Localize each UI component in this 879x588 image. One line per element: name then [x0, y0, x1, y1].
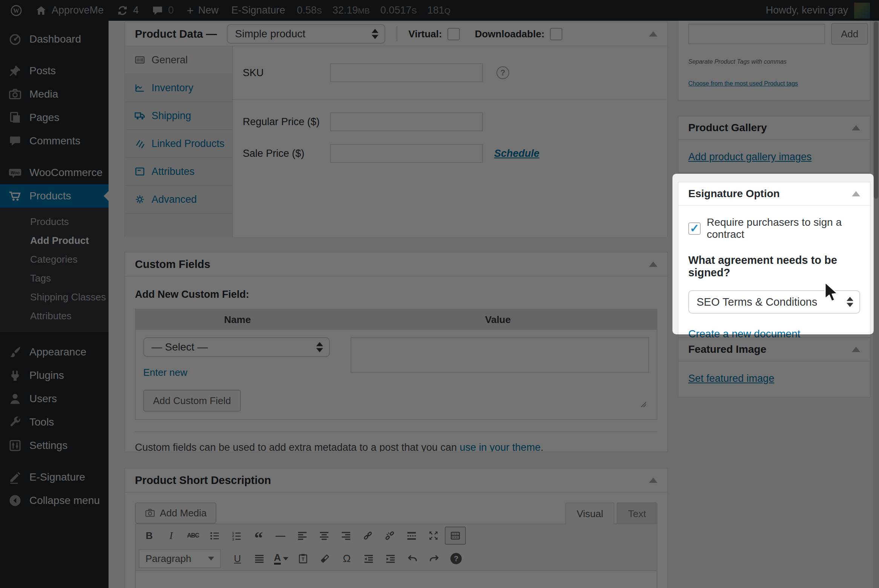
sidebar-subitem-attributes[interactable]: Attributes [0, 306, 109, 325]
downloadable-checkbox[interactable] [550, 28, 562, 40]
toolbar-align-left-button[interactable] [292, 527, 313, 545]
sidebar-subitem-shipping-classes[interactable]: Shipping Classes [0, 288, 109, 306]
use-in-your-theme-link[interactable]: use in your theme [460, 442, 541, 452]
choose-most-used-tags-link[interactable]: Choose from the most used Product tags [688, 80, 798, 87]
tab-attributes[interactable]: Attributes [125, 158, 232, 186]
product-type-select[interactable]: Simple product [227, 24, 385, 44]
toolbar-hr-button[interactable]: — [270, 527, 291, 545]
toolbar-underline-button[interactable]: U [227, 550, 248, 568]
sidebar-subitem-add-product[interactable]: Add Product [0, 231, 109, 250]
wordpress-logo-menu[interactable]: W [4, 0, 29, 21]
toolbar-paste-text-button[interactable]: T [292, 550, 314, 568]
tab-visual[interactable]: Visual [565, 502, 614, 524]
collapse-toggle-icon[interactable] [852, 347, 860, 352]
sidebar-item-media[interactable]: Media [0, 83, 109, 106]
toolbar-unlink-button[interactable] [379, 527, 400, 545]
sidebar-item-products[interactable]: Products [0, 184, 109, 208]
toolbar-align-center-button[interactable] [314, 527, 335, 545]
avatar[interactable] [854, 3, 870, 18]
schedule-link[interactable]: Schedule [494, 148, 539, 159]
toolbar-blockquote-button[interactable]: “ [248, 527, 269, 545]
short-description-title: Product Short Description [135, 474, 271, 487]
tab-shipping[interactable]: Shipping [125, 102, 232, 130]
collapse-toggle-icon[interactable] [649, 31, 657, 37]
home-icon [35, 5, 47, 17]
collapse-circle-icon [8, 494, 22, 507]
sidebar-item-esignature[interactable]: E-Signature [0, 466, 109, 489]
toolbar-bold-button[interactable]: B [139, 527, 160, 545]
regular-price-input[interactable] [330, 112, 483, 131]
sidebar-item-collapse-menu[interactable]: Collapse menu [0, 489, 109, 512]
collapse-toggle-icon[interactable] [852, 191, 860, 196]
tab-text[interactable]: Text [617, 502, 657, 524]
howdy-account-menu[interactable]: Howdy, kevin.gray [766, 5, 848, 16]
sidebar-subitem-tags[interactable]: Tags [0, 269, 109, 288]
sidebar-item-appearance[interactable]: Appearance [0, 340, 109, 364]
collapse-toggle-icon[interactable] [649, 262, 657, 267]
scrollbar-thumb[interactable] [874, 21, 878, 199]
set-featured-image-link[interactable]: Set featured image [688, 373, 774, 384]
tab-inventory[interactable]: Inventory [125, 74, 232, 102]
numbered-list-icon: 123 [231, 530, 242, 541]
sidebar-item-comments[interactable]: Comments [0, 129, 109, 153]
toolbar-toggle-toolbar-button[interactable] [445, 527, 466, 545]
toolbar-italic-button[interactable]: I [161, 527, 182, 545]
toolbar-help-button[interactable]: ? [446, 550, 467, 568]
virtual-checkbox[interactable] [447, 28, 460, 40]
toolbar-bullet-list-button[interactable] [204, 527, 225, 545]
tab-general[interactable]: General [125, 46, 232, 74]
sidebar-item-posts[interactable]: Posts [0, 59, 109, 83]
require-contract-checkbox[interactable]: ✓ [688, 222, 701, 235]
custom-field-value-textarea[interactable] [351, 337, 649, 373]
site-name-menu[interactable]: ApproveMe [29, 0, 110, 21]
sidebar-item-tools[interactable]: Tools [0, 410, 109, 434]
toolbar-indent-button[interactable] [380, 550, 401, 568]
toolbar-redo-button[interactable] [424, 550, 445, 568]
sidebar-item-settings[interactable]: Settings [0, 434, 109, 457]
toolbar-undo-button[interactable] [402, 550, 423, 568]
sidebar-item-dashboard[interactable]: Dashboard [0, 28, 109, 51]
site-name-label: ApproveMe [52, 5, 104, 16]
enter-new-link[interactable]: Enter new [143, 367, 187, 378]
sale-price-input[interactable] [330, 144, 483, 163]
agreement-select[interactable]: SEO Terms & Conditions [688, 290, 860, 314]
collapse-toggle-icon[interactable] [852, 125, 860, 130]
updates-menu[interactable]: 4 [110, 0, 145, 21]
toolbar-numbered-list-button[interactable]: 123 [226, 527, 247, 545]
custom-field-name-select[interactable]: — Select — [143, 337, 330, 357]
tab-advanced[interactable]: Advanced [125, 186, 232, 214]
new-content-menu[interactable]: + New [180, 0, 225, 21]
sidebar-item-users[interactable]: Users [0, 387, 109, 410]
sku-input[interactable] [330, 63, 483, 82]
toolbar-outdent-button[interactable] [358, 550, 379, 568]
add-custom-field-button[interactable]: Add Custom Field [143, 390, 241, 412]
add-tag-button[interactable]: Add [831, 23, 868, 45]
toolbar-more-tag-button[interactable] [401, 527, 422, 545]
sidebar-item-woocommerce[interactable]: Woo WooCommerce [0, 161, 109, 184]
toolbar-link-button[interactable] [357, 527, 378, 545]
toolbar-align-right-button[interactable] [335, 527, 357, 545]
toolbar-justify-button[interactable] [249, 550, 270, 568]
sidebar-item-pages[interactable]: Pages [0, 106, 109, 129]
help-icon[interactable]: ? [496, 66, 509, 79]
toolbar-remove-format-button[interactable] [314, 550, 335, 568]
sidebar-subitem-categories[interactable]: Categories [0, 250, 109, 269]
product-tags-input[interactable] [688, 24, 825, 44]
admin-bar: W ApproveMe 4 0 + New E-Signature 0.58S … [0, 0, 879, 21]
sidebar-item-plugins[interactable]: Plugins [0, 364, 109, 387]
add-gallery-images-link[interactable]: Add product gallery images [688, 151, 812, 163]
toolbar-text-color-button[interactable]: A [271, 550, 292, 568]
featured-image-panel: Featured Image Set featured image [678, 337, 871, 398]
tab-linked-products[interactable]: Linked Products [125, 130, 232, 158]
toolbar-fullscreen-button[interactable] [423, 527, 444, 545]
resize-grip-icon[interactable] [640, 401, 646, 407]
comments-menu[interactable]: 0 [145, 0, 180, 21]
toolbar-special-char-button[interactable]: Ω [336, 550, 357, 568]
paragraph-format-select[interactable]: Paragraph [139, 549, 221, 568]
esignature-toolbar-menu[interactable]: E-Signature [225, 0, 292, 21]
toolbar-strikethrough-button[interactable]: ABC [182, 527, 204, 545]
add-media-button[interactable]: Add Media [135, 502, 216, 524]
sidebar-subitem-products[interactable]: Products [0, 212, 109, 231]
collapse-toggle-icon[interactable] [649, 478, 657, 483]
editor-content-area[interactable] [136, 571, 657, 588]
